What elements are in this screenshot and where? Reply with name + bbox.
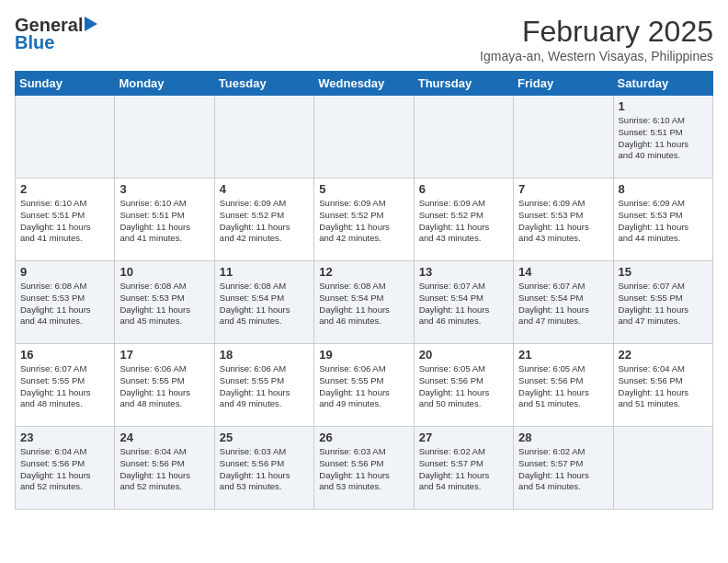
calendar-day-cell: 8Sunrise: 6:09 AM Sunset: 5:53 PM Daylig… [613, 178, 712, 261]
day-number: 27 [419, 431, 508, 444]
day-number: 23 [20, 431, 109, 444]
calendar-day-cell: 9Sunrise: 6:08 AM Sunset: 5:53 PM Daylig… [16, 261, 115, 344]
day-info: Sunrise: 6:08 AM Sunset: 5:53 PM Dayligh… [20, 281, 109, 327]
day-number: 7 [518, 182, 608, 196]
day-number: 16 [20, 348, 109, 362]
calendar-day-cell: 4Sunrise: 6:09 AM Sunset: 5:52 PM Daylig… [214, 178, 313, 261]
day-number: 26 [319, 431, 408, 444]
calendar-day-cell: 1Sunrise: 6:10 AM Sunset: 5:51 PM Daylig… [613, 96, 712, 178]
day-info: Sunrise: 6:09 AM Sunset: 5:52 PM Dayligh… [319, 198, 408, 245]
logo-blue-text: Blue [15, 32, 54, 53]
day-number: 11 [220, 265, 309, 279]
calendar-day-cell [514, 96, 613, 178]
day-info: Sunrise: 6:08 AM Sunset: 5:54 PM Dayligh… [220, 281, 309, 327]
day-number: 1 [619, 99, 708, 113]
calendar-day-cell [214, 96, 313, 178]
day-number: 18 [220, 348, 309, 362]
day-info: Sunrise: 6:09 AM Sunset: 5:52 PM Dayligh… [220, 198, 309, 245]
day-info: Sunrise: 6:07 AM Sunset: 5:55 PM Dayligh… [20, 363, 109, 410]
calendar-day-cell [613, 427, 712, 510]
day-info: Sunrise: 6:06 AM Sunset: 5:55 PM Dayligh… [119, 363, 209, 410]
calendar-day-cell: 3Sunrise: 6:10 AM Sunset: 5:51 PM Daylig… [115, 178, 214, 261]
calendar-day-cell: 23Sunrise: 6:04 AM Sunset: 5:56 PM Dayli… [16, 427, 115, 510]
day-info: Sunrise: 6:07 AM Sunset: 5:54 PM Dayligh… [419, 281, 508, 327]
day-number: 13 [419, 265, 508, 279]
calendar-week-row: 2Sunrise: 6:10 AM Sunset: 5:51 PM Daylig… [16, 178, 713, 261]
day-info: Sunrise: 6:06 AM Sunset: 5:55 PM Dayligh… [319, 363, 408, 410]
day-number: 15 [619, 265, 708, 279]
calendar-day-cell: 26Sunrise: 6:03 AM Sunset: 5:56 PM Dayli… [314, 427, 414, 510]
day-number: 6 [419, 182, 508, 196]
day-info: Sunrise: 6:04 AM Sunset: 5:56 PM Dayligh… [20, 446, 109, 493]
calendar-day-cell: 11Sunrise: 6:08 AM Sunset: 5:54 PM Dayli… [214, 261, 313, 344]
weekday-header-monday: Monday [115, 72, 214, 96]
calendar-day-cell: 20Sunrise: 6:05 AM Sunset: 5:56 PM Dayli… [414, 344, 513, 427]
day-number: 17 [119, 348, 209, 362]
day-number: 22 [619, 348, 708, 362]
day-number: 8 [619, 182, 708, 196]
day-number: 28 [518, 431, 608, 444]
calendar-day-cell: 17Sunrise: 6:06 AM Sunset: 5:55 PM Dayli… [115, 344, 214, 427]
day-number: 25 [220, 431, 309, 444]
calendar-day-cell: 18Sunrise: 6:06 AM Sunset: 5:55 PM Dayli… [214, 344, 313, 427]
day-number: 3 [119, 182, 209, 196]
day-info: Sunrise: 6:06 AM Sunset: 5:55 PM Dayligh… [220, 363, 309, 410]
day-info: Sunrise: 6:09 AM Sunset: 5:52 PM Dayligh… [419, 198, 508, 245]
logo: General Blue [15, 15, 97, 53]
day-info: Sunrise: 6:08 AM Sunset: 5:54 PM Dayligh… [319, 281, 408, 327]
calendar-week-row: 9Sunrise: 6:08 AM Sunset: 5:53 PM Daylig… [16, 261, 713, 344]
calendar-day-cell [115, 96, 214, 178]
calendar-day-cell: 10Sunrise: 6:08 AM Sunset: 5:53 PM Dayli… [115, 261, 214, 344]
calendar-day-cell: 22Sunrise: 6:04 AM Sunset: 5:56 PM Dayli… [613, 344, 712, 427]
day-info: Sunrise: 6:07 AM Sunset: 5:55 PM Dayligh… [619, 281, 708, 327]
weekday-header-row: SundayMondayTuesdayWednesdayThursdayFrid… [16, 72, 713, 96]
day-info: Sunrise: 6:02 AM Sunset: 5:57 PM Dayligh… [518, 446, 608, 493]
day-number: 2 [20, 182, 109, 196]
day-number: 10 [119, 265, 209, 279]
day-number: 14 [518, 265, 608, 279]
calendar-day-cell: 28Sunrise: 6:02 AM Sunset: 5:57 PM Dayli… [514, 427, 613, 510]
calendar-week-row: 1Sunrise: 6:10 AM Sunset: 5:51 PM Daylig… [16, 96, 713, 178]
day-number: 24 [119, 431, 209, 444]
day-info: Sunrise: 6:03 AM Sunset: 5:56 PM Dayligh… [319, 446, 408, 493]
day-number: 21 [518, 348, 608, 362]
calendar-week-row: 23Sunrise: 6:04 AM Sunset: 5:56 PM Dayli… [16, 427, 713, 510]
calendar-day-cell [16, 96, 115, 178]
calendar-day-cell: 2Sunrise: 6:10 AM Sunset: 5:51 PM Daylig… [16, 178, 115, 261]
day-number: 4 [220, 182, 309, 196]
calendar-week-row: 16Sunrise: 6:07 AM Sunset: 5:55 PM Dayli… [16, 344, 713, 427]
day-number: 5 [319, 182, 408, 196]
day-number: 12 [319, 265, 408, 279]
page-header: General Blue February 2025 Igmaya-an, We… [15, 15, 713, 63]
day-info: Sunrise: 6:10 AM Sunset: 5:51 PM Dayligh… [119, 198, 209, 245]
calendar-day-cell: 21Sunrise: 6:05 AM Sunset: 5:56 PM Dayli… [514, 344, 613, 427]
day-info: Sunrise: 6:10 AM Sunset: 5:51 PM Dayligh… [619, 115, 708, 162]
calendar-day-cell: 13Sunrise: 6:07 AM Sunset: 5:54 PM Dayli… [414, 261, 513, 344]
calendar-day-cell [414, 96, 513, 178]
logo-arrow-icon [85, 17, 97, 31]
month-year: February 2025 [480, 15, 713, 49]
calendar-day-cell [314, 96, 414, 178]
day-number: 19 [319, 348, 408, 362]
day-info: Sunrise: 6:09 AM Sunset: 5:53 PM Dayligh… [518, 198, 608, 245]
weekday-header-friday: Friday [514, 72, 613, 96]
day-info: Sunrise: 6:05 AM Sunset: 5:56 PM Dayligh… [518, 363, 608, 410]
calendar-day-cell: 16Sunrise: 6:07 AM Sunset: 5:55 PM Dayli… [16, 344, 115, 427]
calendar-day-cell: 14Sunrise: 6:07 AM Sunset: 5:54 PM Dayli… [514, 261, 613, 344]
day-info: Sunrise: 6:10 AM Sunset: 5:51 PM Dayligh… [20, 198, 109, 245]
day-info: Sunrise: 6:03 AM Sunset: 5:56 PM Dayligh… [220, 446, 309, 493]
day-info: Sunrise: 6:08 AM Sunset: 5:53 PM Dayligh… [119, 281, 209, 327]
calendar-day-cell: 6Sunrise: 6:09 AM Sunset: 5:52 PM Daylig… [414, 178, 513, 261]
day-info: Sunrise: 6:07 AM Sunset: 5:54 PM Dayligh… [518, 281, 608, 327]
calendar-day-cell: 25Sunrise: 6:03 AM Sunset: 5:56 PM Dayli… [214, 427, 313, 510]
day-info: Sunrise: 6:04 AM Sunset: 5:56 PM Dayligh… [119, 446, 209, 493]
weekday-header-tuesday: Tuesday [214, 72, 313, 96]
calendar-day-cell: 15Sunrise: 6:07 AM Sunset: 5:55 PM Dayli… [613, 261, 712, 344]
day-info: Sunrise: 6:02 AM Sunset: 5:57 PM Dayligh… [419, 446, 508, 493]
calendar-day-cell: 24Sunrise: 6:04 AM Sunset: 5:56 PM Dayli… [115, 427, 214, 510]
day-info: Sunrise: 6:04 AM Sunset: 5:56 PM Dayligh… [619, 363, 708, 410]
weekday-header-sunday: Sunday [16, 72, 115, 96]
calendar-day-cell: 27Sunrise: 6:02 AM Sunset: 5:57 PM Dayli… [414, 427, 513, 510]
calendar-day-cell: 7Sunrise: 6:09 AM Sunset: 5:53 PM Daylig… [514, 178, 613, 261]
title-block: February 2025 Igmaya-an, Western Visayas… [480, 15, 713, 63]
